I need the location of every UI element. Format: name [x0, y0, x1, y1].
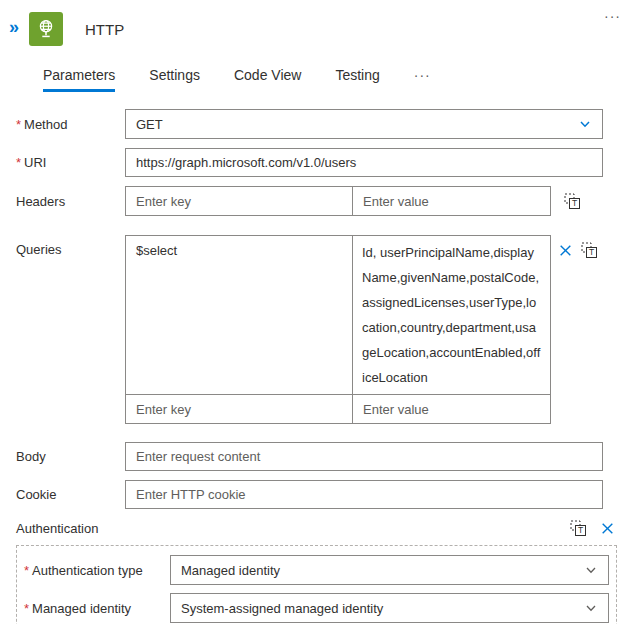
query-key-input-empty[interactable] [126, 395, 352, 423]
tab-parameters[interactable]: Parameters [43, 67, 115, 92]
tab-bar: Parameters Settings Code View Testing ··… [43, 67, 635, 92]
query-value-input-empty[interactable] [353, 395, 550, 423]
remove-query-row-icon[interactable] [555, 240, 575, 260]
remove-authentication-icon[interactable] [597, 518, 617, 538]
query-entry-row-empty [126, 394, 550, 423]
required-asterisk: * [24, 563, 29, 578]
parameters-form: *Method GET *URI Headers [0, 92, 635, 624]
authentication-header: Authentication T [16, 518, 617, 538]
tab-code-view[interactable]: Code View [234, 67, 301, 92]
header-more-menu-icon[interactable]: ··· [604, 8, 621, 24]
required-asterisk: * [16, 155, 21, 170]
globe-icon [35, 18, 57, 40]
uri-label: *URI [16, 155, 125, 170]
collapse-panel-icon[interactable]: » [9, 18, 19, 36]
chevron-down-icon [578, 117, 592, 131]
managed-identity-label: *Managed identity [24, 601, 170, 616]
svg-text:T: T [577, 525, 582, 535]
method-dropdown[interactable]: GET [125, 109, 603, 139]
header-entry-row [126, 187, 550, 215]
action-title: HTTP [85, 21, 124, 38]
method-label: *Method [16, 117, 125, 132]
header-value-input[interactable] [353, 187, 550, 215]
queries-row: Queries $select Id, userPrincipalName,di… [16, 235, 619, 424]
method-value: GET [136, 117, 163, 132]
svg-text:T: T [571, 198, 576, 208]
panel-header: » HTTP ··· [0, 0, 635, 47]
managed-identity-row: *Managed identity System-assigned manage… [24, 593, 609, 623]
authentication-type-row: *Authentication type Managed identity [24, 555, 609, 585]
body-label: Body [16, 449, 125, 464]
tab-settings[interactable]: Settings [149, 67, 200, 92]
body-row: Body [16, 442, 619, 471]
headers-text-mode-toggle-icon[interactable]: T [562, 191, 582, 211]
tab-testing[interactable]: Testing [335, 67, 379, 92]
http-action-panel: » HTTP ··· Parameters Settings Code View [0, 0, 635, 624]
body-input[interactable] [125, 442, 603, 471]
queries-label: Queries [16, 235, 125, 257]
svg-text:T: T [588, 247, 593, 257]
queries-text-mode-toggle-icon[interactable]: T [579, 240, 599, 260]
authentication-section: *Authentication type Managed identity *M… [16, 545, 617, 624]
method-row: *Method GET [16, 109, 619, 139]
query-key-input[interactable]: $select [126, 236, 352, 265]
authentication-type-dropdown[interactable]: Managed identity [170, 555, 609, 585]
required-asterisk: * [24, 601, 29, 616]
authentication-text-mode-toggle-icon[interactable]: T [568, 518, 588, 538]
headers-table [125, 186, 551, 216]
uri-row: *URI [16, 148, 619, 177]
authentication-label: Authentication [16, 521, 98, 536]
managed-identity-value: System-assigned managed identity [181, 601, 383, 616]
cookie-label: Cookie [16, 487, 125, 502]
cookie-row: Cookie [16, 480, 619, 509]
headers-label: Headers [16, 194, 125, 209]
queries-table: $select Id, userPrincipalName,displayNam… [125, 235, 551, 424]
authentication-type-label: *Authentication type [24, 563, 170, 578]
authentication-type-value: Managed identity [181, 563, 280, 578]
required-asterisk: * [16, 117, 21, 132]
header-key-input[interactable] [126, 187, 352, 215]
headers-row: Headers T [16, 186, 619, 216]
cookie-input[interactable] [125, 480, 603, 509]
managed-identity-dropdown[interactable]: System-assigned managed identity [170, 593, 609, 623]
tab-overflow-icon[interactable]: ··· [414, 67, 431, 92]
query-entry-row: $select Id, userPrincipalName,displayNam… [126, 236, 550, 394]
uri-input[interactable] [125, 148, 603, 177]
chevron-down-icon [584, 563, 598, 577]
query-value-input[interactable]: Id, userPrincipalName,displayName,givenN… [353, 236, 550, 394]
chevron-down-icon [584, 601, 598, 615]
http-connector-icon [29, 12, 63, 46]
